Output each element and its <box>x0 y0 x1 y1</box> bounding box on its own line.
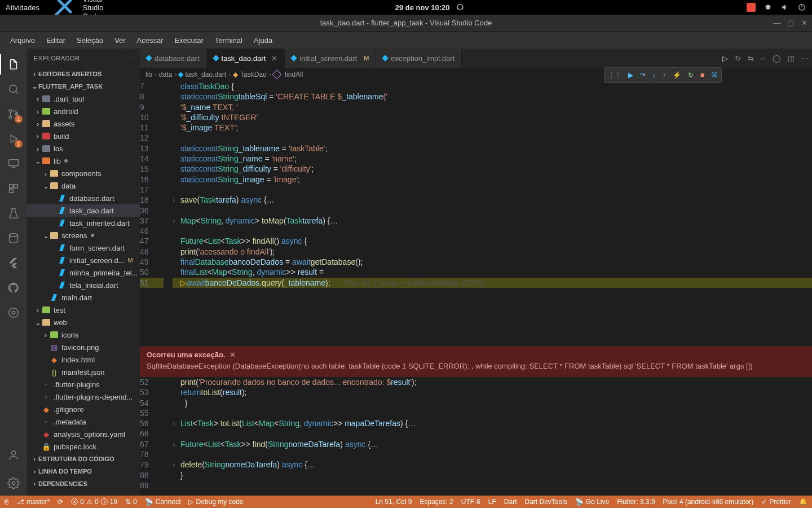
continue-icon[interactable]: ▶ <box>628 71 633 79</box>
notifications-icon[interactable]: 🔔 <box>799 498 807 506</box>
prettier-indicator[interactable]: ✓ Prettier <box>761 498 791 506</box>
tree-item[interactable]: database.dart <box>27 192 140 204</box>
volume-icon[interactable] <box>780 3 789 12</box>
extensions-activity-icon[interactable] <box>0 176 27 201</box>
tree-item[interactable]: ⌄ screens <box>27 229 140 242</box>
tree-item[interactable]: › assets <box>27 117 140 130</box>
database-activity-icon[interactable] <box>0 226 27 251</box>
flutter-activity-icon[interactable] <box>0 251 27 275</box>
compare-icon[interactable]: ⇆ <box>748 54 754 63</box>
tree-item[interactable]: ⌄ data <box>27 179 140 192</box>
notification-icon[interactable] <box>456 3 465 12</box>
menu-editar[interactable]: Editar <box>41 34 71 47</box>
menu-acessar[interactable]: Acessar <box>131 34 169 47</box>
maximize-button[interactable]: ▢ <box>786 18 795 27</box>
debug-config-indicator[interactable]: ▷ Debug my code <box>188 498 243 506</box>
tree-item[interactable]: › icons <box>27 329 140 341</box>
tree-item[interactable]: 🔒pubspec.lock <box>27 440 140 453</box>
timeline-section[interactable]: ›LINHA DO TEMPO <box>27 465 140 478</box>
close-window-button[interactable]: ✕ <box>800 18 809 27</box>
flutter-indicator[interactable]: Flutter: 3.3.9 <box>617 498 655 506</box>
lang-indicator[interactable]: Dart <box>504 498 517 506</box>
menu-arquivo[interactable]: Arquivo <box>5 34 41 47</box>
explorer-more-icon[interactable]: ⋯ <box>127 55 134 62</box>
device-indicator[interactable]: Pixel 4 (android-x86 emulator) <box>663 498 754 506</box>
split-icon[interactable]: ◫ <box>788 54 795 63</box>
menu-executar[interactable]: Executar <box>169 34 209 47</box>
menu-terminal[interactable]: Terminal <box>209 34 248 47</box>
inspect-icon[interactable]: ⦿ <box>711 71 718 79</box>
github-activity-icon[interactable] <box>0 275 27 300</box>
tree-item[interactable]: task_dao.dart <box>27 204 140 217</box>
editor-tab[interactable]: task_dao.dart✕ <box>207 49 285 68</box>
problems-indicator[interactable]: ⓧ 0 ⚠ 0 ⓘ 19 <box>71 497 117 507</box>
tree-item[interactable]: ◆.gitignore <box>27 403 140 415</box>
circle-icon[interactable]: ◯ <box>773 54 781 63</box>
search-activity-icon[interactable] <box>0 77 27 102</box>
tree-item[interactable]: ⌄ web <box>27 316 140 329</box>
menu-ajuda[interactable]: Ajuda <box>248 34 278 47</box>
tree-item[interactable]: ◆index.html <box>27 353 140 366</box>
tree-item[interactable]: › .dart_tool <box>27 93 140 105</box>
editor-tab[interactable]: initial_screen.dartM <box>285 49 376 68</box>
tree-item[interactable]: initial_screen.d...M <box>27 254 140 266</box>
cursor-pos[interactable]: Ln 51, Col 9 <box>376 498 412 506</box>
tree-item[interactable]: ▫.flutter-plugins-depend... <box>27 391 140 403</box>
restart-icon[interactable]: ↻ <box>688 71 694 79</box>
remote-indicator[interactable]: ⎘ <box>5 498 8 506</box>
remote-activity-icon[interactable] <box>0 151 27 176</box>
debug-activity-icon[interactable]: 1 <box>0 126 27 151</box>
tree-item[interactable]: ▫.metadata <box>27 415 140 428</box>
tree-item[interactable]: › android <box>27 105 140 117</box>
tree-item[interactable]: minha_primeira_tel... <box>27 266 140 279</box>
tree-item[interactable]: tela_inicial.dart <box>27 279 140 291</box>
exception-close-icon[interactable]: ✕ <box>230 351 236 359</box>
connect-indicator[interactable]: 📡 Connect <box>145 498 181 506</box>
branch-indicator[interactable]: ⎇ master* <box>16 498 50 506</box>
gitlens-activity-icon[interactable] <box>0 300 27 325</box>
step-into-icon[interactable]: ↓ <box>652 71 656 79</box>
hot-reload-icon[interactable]: ⚡ <box>673 71 681 79</box>
breadcrumb[interactable]: lib› data› task_dao.dart› ◆TaskDao› find… <box>140 68 812 81</box>
tree-item[interactable]: main.dart <box>27 291 140 304</box>
activities-label[interactable]: Atividades <box>6 3 39 12</box>
anydesk-tray-icon[interactable] <box>747 3 756 12</box>
tree-item[interactable]: task_inherited.dart <box>27 217 140 229</box>
eol-indicator[interactable]: LF <box>488 498 496 506</box>
devtools-indicator[interactable]: Dart DevTools <box>524 498 567 506</box>
settings-activity-icon[interactable] <box>0 471 27 496</box>
network-icon[interactable] <box>764 3 773 12</box>
scm-activity-icon[interactable]: 1 <box>0 102 27 126</box>
tree-item[interactable]: ◆analysis_options.yaml <box>27 428 140 440</box>
menu-seleção[interactable]: Seleção <box>71 34 109 47</box>
stop-icon[interactable]: ■ <box>700 71 704 79</box>
tree-item[interactable]: › ios <box>27 142 140 155</box>
editor-tab[interactable]: exception_impl.dart <box>376 49 462 68</box>
run-icon[interactable]: ▷ <box>722 54 728 63</box>
step-over-icon[interactable]: ↷ <box>640 71 646 79</box>
tree-item[interactable]: ⌄ lib <box>27 155 140 167</box>
port-indicator[interactable]: ⇅ 0 <box>125 498 137 506</box>
tree-item[interactable]: › build <box>27 130 140 142</box>
project-section[interactable]: ⌄FLUTTER_APP_TASK <box>27 80 140 93</box>
menu-ver[interactable]: Ver <box>109 34 131 47</box>
indent-indicator[interactable]: Espaços: 2 <box>420 498 453 506</box>
explorer-activity-icon[interactable] <box>0 52 27 77</box>
editor-tab[interactable]: database.dart <box>140 49 207 68</box>
account-activity-icon[interactable] <box>0 443 27 467</box>
outline-section[interactable]: ›ESTRUTURA DO CÓDIGO <box>27 453 140 465</box>
testing-activity-icon[interactable] <box>0 201 27 226</box>
power-icon[interactable] <box>797 3 806 12</box>
tree-item[interactable]: form_screen.dart <box>27 242 140 254</box>
tree-item[interactable]: › components <box>27 167 140 179</box>
tree-item[interactable]: ▧favicon.png <box>27 341 140 353</box>
open-editors-section[interactable]: ›EDITORES ABERTOS <box>27 68 140 80</box>
minimize-button[interactable]: ― <box>773 18 782 27</box>
golive-indicator[interactable]: 📡 Go Live <box>575 498 609 506</box>
clock-label[interactable]: 29 de nov 10:20 <box>395 3 450 12</box>
tree-item[interactable]: ▫.flutter-plugins <box>27 378 140 391</box>
tree-item[interactable]: › test <box>27 304 140 316</box>
step-out-icon[interactable]: ↑ <box>663 71 666 79</box>
encoding-indicator[interactable]: UTF-8 <box>461 498 480 506</box>
tree-item[interactable]: {}manifest.json <box>27 366 140 378</box>
